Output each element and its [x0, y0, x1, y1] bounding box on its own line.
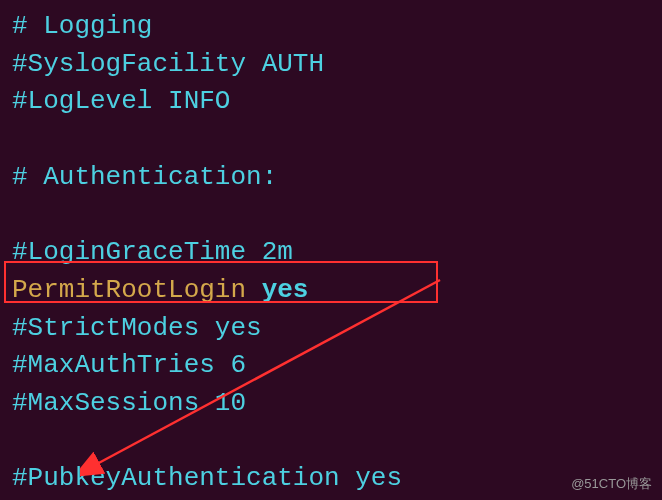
config-key: PermitRootLogin [12, 275, 262, 305]
config-line: #SyslogFacility AUTH [12, 46, 650, 84]
vim-editor[interactable]: # Logging #SyslogFacility AUTH #LogLevel… [0, 0, 662, 500]
config-line: # Logging [12, 8, 650, 46]
permit-root-login-line: PermitRootLogin yes [12, 272, 308, 310]
config-line: #StrictModes yes [12, 310, 650, 348]
config-line: #LogLevel INFO [12, 83, 650, 121]
config-line: # Authentication: [12, 159, 650, 197]
config-line: #LoginGraceTime 2m [12, 234, 650, 272]
blank-line [12, 121, 650, 159]
config-line: #PubkeyAuthentication yes [12, 460, 650, 498]
blank-line [12, 423, 650, 461]
config-line: #MaxSessions 10 [12, 385, 650, 423]
blank-line [12, 196, 650, 234]
watermark: @51CTO博客 [571, 475, 652, 494]
config-line: #MaxAuthTries 6 [12, 347, 650, 385]
config-value: yes [262, 275, 309, 305]
